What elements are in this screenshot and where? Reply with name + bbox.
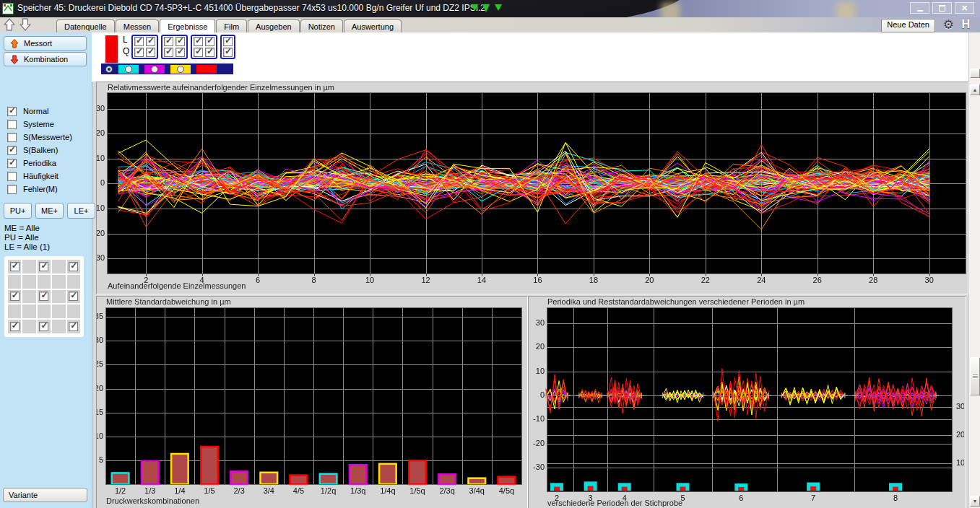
titlebar-green-mark [482,4,490,12]
main-chart-xlabel: Aufeinanderfolgende Einzelmessungen [108,281,246,290]
grid-checkbox-4-0[interactable] [10,322,19,331]
arrow-up-icon[interactable] [3,18,16,31]
gear-icon[interactable]: ⚙ [943,17,954,32]
me-plus-button[interactable]: ME+ [35,203,64,219]
lq-group-2 [191,35,217,59]
lq-checkbox-q[interactable] [194,48,203,57]
le-plus-button[interactable]: LE+ [67,203,95,219]
color-swatch-0[interactable] [118,65,139,74]
selection-info: ME = Alle PU = Alle LE = Alle (1) [4,224,50,252]
lq-column [164,37,173,57]
lq-checkbox-q[interactable] [134,48,144,57]
grid-checkbox-0-2[interactable] [39,262,48,271]
lq-checkbox-l[interactable] [194,37,203,46]
application-window: Speicher 45: Druckerei Diebold CD 74-5P3… [0,0,980,508]
lq-checkbox-l[interactable] [146,37,155,46]
checkbox-normal[interactable] [7,107,17,116]
result-type-checklist: NormalSystemeS(Messwerte)S(Balken)Period… [7,105,72,196]
check-row-häufigkeit: Häufigkeit [7,170,72,183]
plus-buttons-row: PU+ME+LE+ [4,203,95,219]
grid-checkbox-4-2[interactable] [39,322,48,331]
lq-checkbox-l[interactable] [164,37,173,46]
checkbox-label: S(Messwerte) [23,133,72,141]
series-radio-selected[interactable] [105,66,113,73]
measure-point-grid [8,260,80,333]
minimize-button[interactable] [910,2,929,14]
tab-ausgeben[interactable]: Ausgeben [248,19,300,32]
grid-cell-3-2 [38,305,51,318]
lq-group-0 [131,35,158,59]
grid-cell-2-3 [52,290,65,304]
checkbox-s(balken)[interactable] [7,146,17,155]
color-swatch-3[interactable] [196,65,217,74]
help-h-button[interactable]: H [961,18,970,31]
periodika-chart-panel: Periodika und Reststandardabweichungen v… [528,296,966,508]
lq-checkbox-l[interactable] [223,37,233,46]
check-row-periodika: Periodika [7,157,72,170]
maximize-button[interactable] [932,2,952,14]
tab-strip: DatenquelleMessenErgebnisseFilmAusgebenN… [56,19,402,32]
grid-cell-2-2 [38,290,51,304]
lq-group-3 [220,35,235,59]
grid-cell-3-4 [67,305,80,318]
neue-daten-button[interactable]: Neue Daten [881,19,935,32]
grid-checkbox-2-0[interactable] [10,292,19,301]
lq-checkbox-q[interactable] [164,48,173,57]
lq-checkbox-l[interactable] [205,37,214,46]
grid-checkbox-0-0[interactable] [10,262,19,271]
pu-plus-button[interactable]: PU+ [4,203,32,219]
arrow-down-icon[interactable] [19,18,32,31]
tab-auswertung[interactable]: Auswertung [344,19,402,32]
tab-notizen[interactable]: Notizen [300,19,343,32]
variante-button[interactable]: Variante [3,488,87,502]
titlebar-green-mark [471,4,478,11]
grid-cell-1-1 [22,275,35,289]
relative-values-chart [97,82,966,292]
down-arrow-icon [10,55,19,64]
tab-ergebnisse[interactable]: Ergebnisse [160,19,215,32]
checkbox-label: Systeme [23,120,54,128]
desktop-icon-blur [661,2,680,17]
color-swatch-2[interactable] [170,65,191,74]
periodika-chart [529,297,964,507]
scroll-option-box[interactable] [970,69,980,78]
period-chart-xlabel: verschiedene Perioden der Stichprobe [547,499,682,507]
close-button[interactable]: ✕ [955,2,974,14]
swatch-radio[interactable] [177,66,184,73]
lq-checkbox-q[interactable] [205,48,214,57]
checkbox-häufigkeit[interactable] [7,172,17,181]
tab-film[interactable]: Film [216,19,247,32]
lq-checkbox-groups [131,35,235,59]
scroll-up-button[interactable]: ▲ [970,84,980,95]
scroll-thumb[interactable] [970,357,980,395]
checkbox-fehler(m)[interactable] [7,185,17,194]
swatch-radio[interactable] [125,66,132,73]
lq-checkbox-l[interactable] [134,37,144,46]
lq-checkbox-q[interactable] [146,48,155,57]
grid-checkbox-4-4[interactable] [69,322,78,331]
lq-checkbox-l[interactable] [175,37,185,46]
grid-checkbox-2-4[interactable] [69,292,78,301]
lq-column [205,37,214,57]
color-swatch-1[interactable] [144,65,165,74]
lq-checkbox-q[interactable] [223,48,233,57]
tab-messen[interactable]: Messen [116,19,160,32]
titlebar-green-mark [495,4,502,11]
q-row-label: Q [123,46,129,56]
swatch-radio[interactable] [151,66,158,73]
messort-button[interactable]: Messort [4,36,87,51]
checkbox-systeme[interactable] [7,120,17,129]
scroll-down-button[interactable]: ▼ [970,496,980,507]
vertical-scrollbar: ▲ ▼ [968,32,980,508]
grid-cell-0-1 [22,260,35,273]
lq-checkbox-q[interactable] [175,48,185,57]
grid-checkbox-2-2[interactable] [39,292,48,301]
lq-column [134,37,144,57]
grid-checkbox-0-4[interactable] [69,262,78,271]
checkbox-periodika[interactable] [7,159,17,168]
up-arrow-icon [10,39,19,48]
tab-datenquelle[interactable]: Datenquelle [56,19,115,32]
kombination-button[interactable]: Kombination [4,52,87,66]
messort-label: Messort [24,39,52,48]
checkbox-s(messwerte)[interactable] [7,133,17,142]
